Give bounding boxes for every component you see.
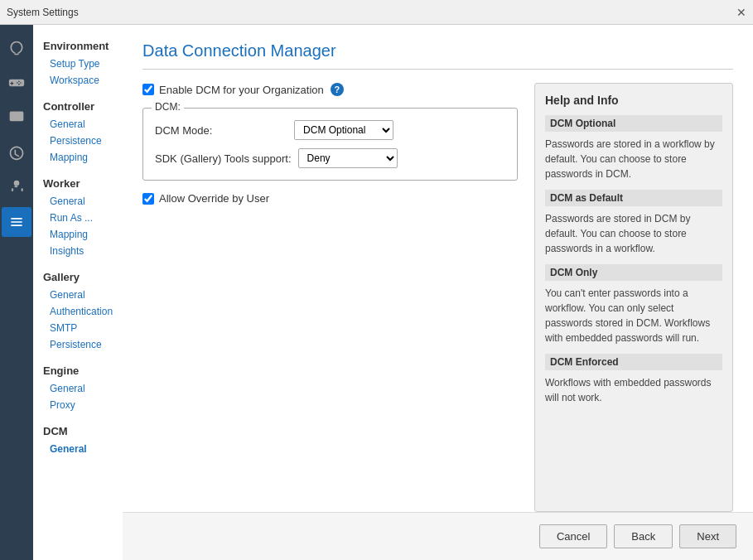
section-title-environment: Environment bbox=[33, 31, 123, 56]
sdk-row: SDK (Gallery) Tools support: Deny Allow bbox=[155, 148, 505, 168]
nav-item-dcm-general[interactable]: General bbox=[33, 441, 123, 457]
close-button[interactable]: ✕ bbox=[736, 7, 746, 18]
sidebar-icon-strip bbox=[0, 25, 33, 560]
nav-section-controller: Controller General Persistence Mapping bbox=[33, 92, 123, 166]
nav-section-engine: Engine General Proxy bbox=[33, 356, 123, 413]
nav-item-eng-proxy[interactable]: Proxy bbox=[33, 397, 123, 413]
nav-item-gal-smtp[interactable]: SMTP bbox=[33, 320, 123, 336]
allow-override-row: Allow Override by User bbox=[142, 192, 518, 205]
nav-section-gallery: Gallery General Authentication SMTP Pers… bbox=[33, 263, 123, 353]
dcm-mode-row: DCM Mode: DCM Optional DCM as Default DC… bbox=[155, 120, 505, 140]
engine-icon[interactable] bbox=[2, 172, 31, 202]
help-section-title-dcm-default: DCM as Default bbox=[545, 190, 722, 206]
next-button[interactable]: Next bbox=[679, 524, 736, 548]
allow-override-checkbox[interactable] bbox=[142, 193, 154, 205]
dcm-mode-select[interactable]: DCM Optional DCM as Default DCM Only DCM… bbox=[294, 120, 393, 140]
titlebar: System Settings ✕ bbox=[0, 0, 753, 25]
help-section-title-dcm-only: DCM Only bbox=[545, 264, 722, 281]
nav-item-wk-insights[interactable]: Insights bbox=[33, 243, 123, 259]
nav-item-eng-general[interactable]: General bbox=[33, 380, 123, 397]
content-body: Enable DCM for your Organization ? DCM: … bbox=[142, 83, 733, 512]
left-panel: Enable DCM for your Organization ? DCM: … bbox=[142, 83, 518, 512]
nav-item-workspace[interactable]: Workspace bbox=[33, 72, 123, 89]
nav-item-ctrl-persistence[interactable]: Persistence bbox=[33, 133, 123, 149]
main-layout: Environment Setup Type Workspace Control… bbox=[0, 25, 753, 560]
nav-item-wk-mapping[interactable]: Mapping bbox=[33, 226, 123, 243]
nav-item-wk-general[interactable]: General bbox=[33, 193, 123, 210]
nav-section-worker: Worker General Run As ... Mapping Insigh… bbox=[33, 169, 123, 259]
help-panel: Help and Info DCM Optional Passwords are… bbox=[534, 83, 733, 512]
dcm-group: DCM: DCM Mode: DCM Optional DCM as Defau… bbox=[142, 108, 518, 181]
sdk-select[interactable]: Deny Allow bbox=[298, 148, 398, 168]
nav-item-ctrl-general[interactable]: General bbox=[33, 116, 123, 133]
enable-dcm-help-icon[interactable]: ? bbox=[331, 83, 344, 96]
nav-item-gal-persistence[interactable]: Persistence bbox=[33, 336, 123, 353]
cancel-button[interactable]: Cancel bbox=[539, 524, 607, 548]
svg-rect-0 bbox=[10, 112, 24, 122]
nav-item-setup-type[interactable]: Setup Type bbox=[33, 56, 123, 72]
enable-dcm-checkbox[interactable] bbox=[142, 84, 154, 95]
gallery-icon[interactable] bbox=[2, 138, 31, 167]
footer: Cancel Back Next bbox=[123, 512, 753, 560]
worker-icon[interactable] bbox=[2, 103, 31, 133]
help-title: Help and Info bbox=[545, 94, 722, 107]
nav-item-gal-general[interactable]: General bbox=[33, 287, 123, 303]
section-title-gallery: Gallery bbox=[33, 263, 123, 287]
content-area: Data Connection Manager Enable DCM for y… bbox=[123, 25, 753, 512]
dcm-group-legend: DCM: bbox=[152, 101, 184, 113]
help-section-title-dcm-optional: DCM Optional bbox=[545, 115, 722, 132]
help-text-dcm-only: You can't enter passwords into a workflo… bbox=[545, 286, 722, 345]
enable-dcm-row: Enable DCM for your Organization ? bbox=[142, 83, 518, 96]
controller-icon[interactable] bbox=[2, 68, 31, 98]
section-title-controller: Controller bbox=[33, 92, 123, 116]
allow-override-label: Allow Override by User bbox=[159, 192, 269, 205]
section-title-dcm: DCM bbox=[33, 417, 123, 441]
section-title-engine: Engine bbox=[33, 356, 123, 380]
help-text-dcm-default: Passwords are stored in DCM by default. … bbox=[545, 211, 722, 256]
help-text-dcm-optional: Passwords are stored in a workflow by de… bbox=[545, 137, 722, 181]
sidebar: Environment Setup Type Workspace Control… bbox=[0, 25, 123, 560]
nav-item-ctrl-mapping[interactable]: Mapping bbox=[33, 149, 123, 166]
nav-section-dcm: DCM General bbox=[33, 417, 123, 457]
section-title-worker: Worker bbox=[33, 169, 123, 193]
back-button[interactable]: Back bbox=[614, 524, 673, 548]
nav-section-environment: Environment Setup Type Workspace bbox=[33, 31, 123, 89]
sdk-label: SDK (Gallery) Tools support: bbox=[155, 152, 292, 165]
help-text-dcm-enforced: Workflows with embedded passwords will n… bbox=[545, 375, 722, 405]
nav-item-gal-auth[interactable]: Authentication bbox=[33, 303, 123, 320]
titlebar-title: System Settings bbox=[7, 7, 79, 18]
right-panel: Data Connection Manager Enable DCM for y… bbox=[123, 25, 753, 560]
nav-item-wk-runas[interactable]: Run As ... bbox=[33, 210, 123, 226]
env-icon[interactable] bbox=[2, 33, 31, 63]
page-title: Data Connection Manager bbox=[142, 41, 733, 70]
sidebar-nav: Environment Setup Type Workspace Control… bbox=[33, 25, 123, 560]
enable-dcm-label: Enable DCM for your Organization bbox=[159, 84, 324, 96]
dcm-icon[interactable] bbox=[2, 207, 31, 237]
help-section-title-dcm-enforced: DCM Enforced bbox=[545, 354, 722, 370]
dcm-mode-label: DCM Mode: bbox=[155, 124, 287, 137]
